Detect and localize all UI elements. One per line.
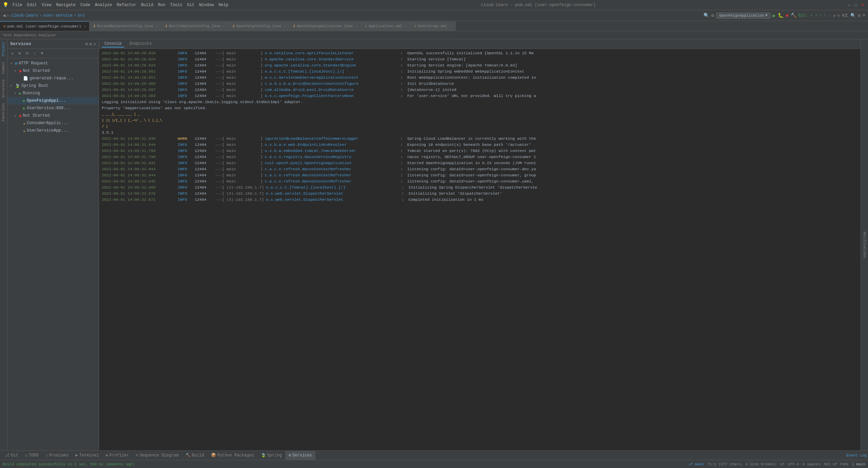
tab-pom-close[interactable]: ✕ — [84, 24, 86, 28]
nav-settings-icon[interactable]: ⚙ — [711, 13, 714, 18]
nav-icon-forward[interactable]: ▶ — [7, 13, 9, 18]
bottom-tab-python[interactable]: 📦 Python Packages — [208, 451, 257, 460]
more-icon[interactable]: ≡ — [863, 13, 865, 18]
bottom-tab-todo[interactable]: ☑ TODO — [22, 451, 42, 460]
tree-item-springboot[interactable]: ▾ 🍃 Spring Boot — [7, 82, 99, 90]
stop-button[interactable]: ■ — [786, 13, 788, 18]
bottom-tab-services[interactable]: ⚙ Services — [285, 451, 315, 460]
menu-file[interactable]: File — [11, 2, 24, 8]
menu-view[interactable]: View — [40, 2, 54, 8]
toolbar-expand-icon[interactable]: ⊞ — [16, 50, 23, 57]
app-icon: 💡 — [3, 2, 8, 8]
log-level: INFO — [178, 81, 195, 87]
log-bracket-open: [ — [222, 62, 225, 69]
tab-openfeign[interactable]: J OpenFeignConfig.java ✕ — [229, 21, 290, 31]
tab-openfeigapp[interactable]: J OpenFeignApplication.java ✕ — [289, 21, 361, 31]
minimize-button[interactable]: ─ — [846, 2, 852, 8]
tab-resttemplate-close[interactable]: ✕ — [223, 24, 225, 28]
toolbar-collapse-icon[interactable]: ⊟ — [24, 50, 31, 57]
nav-project[interactable]: cloud-learn — [11, 13, 38, 18]
log-area[interactable]: 2022-09-01 14:00:28.816 INFO 12404 --- [… — [99, 49, 861, 450]
menu-code[interactable]: Code — [78, 2, 92, 8]
build-button[interactable]: 🔨 — [791, 13, 796, 18]
branch-indicator[interactable]: ⎇ main — [688, 462, 704, 466]
run-button[interactable]: ▶ — [773, 12, 776, 19]
tab-openfeign-close[interactable]: ✕ — [284, 24, 286, 28]
tree-item-generated[interactable]: 📄 generated-reque... — [7, 75, 99, 82]
indent-info[interactable]: 4 spaces — [803, 462, 821, 466]
maximize-button[interactable]: □ — [853, 2, 859, 8]
log-colon: : — [402, 191, 408, 197]
left-tab-commit[interactable]: Commit — [1, 59, 6, 77]
search-everywhere-icon[interactable]: 🔍 — [850, 13, 856, 18]
charset[interactable]: UTF-8 — [788, 462, 799, 466]
nav-module[interactable]: user-service — [43, 13, 72, 18]
tab-application[interactable]: a application.yml ✕ — [361, 21, 411, 31]
tab-pom[interactable]: m pom.xml (user-openfeign-consumer) ✕ — [0, 21, 90, 31]
menu-git[interactable]: Git — [185, 2, 197, 8]
run-config-selector[interactable]: OpenFeignApplication ▼ — [716, 13, 770, 19]
menu-navigate[interactable]: Navigate — [54, 2, 78, 8]
tab-application-close[interactable]: ✕ — [405, 24, 407, 28]
tree-item-notstarted[interactable]: ▾ ◼ Not Started — [7, 67, 99, 75]
console-tab-endpoints[interactable]: Endpoints — [127, 41, 154, 47]
left-tab-favorites[interactable]: Favorites — [1, 100, 6, 124]
console-tab-console[interactable]: Console — [102, 41, 124, 47]
bottom-tab-spring[interactable]: 🍃 Spring — [257, 451, 285, 460]
toolbar-refresh-icon[interactable]: ↺ — [9, 50, 16, 57]
menu-analyze[interactable]: Analyze — [93, 2, 114, 8]
tab-myload[interactable]: J MyLoadBalancerConfig.java ✕ — [90, 21, 161, 31]
sidebar-header: Services ⚙ ⚙ ✕ — [7, 39, 99, 49]
tab-bootstrap-close[interactable]: ✕ — [450, 24, 452, 28]
menu-window[interactable]: Window — [197, 2, 216, 8]
left-tab-project[interactable]: Project — [1, 39, 6, 59]
bottom-tab-terminal[interactable]: ▶ Terminal — [72, 451, 102, 460]
redo-button[interactable]: ↻ — [837, 13, 840, 18]
bottom-tab-seqdiagram[interactable]: ≡ Sequence Diagram — [132, 451, 182, 460]
toolbar-sort-icon[interactable]: ↕ — [31, 50, 38, 57]
tab-resttemplate[interactable]: J RestTemplateConfig.java ✕ — [161, 21, 229, 31]
git-action2[interactable]: ↓ — [828, 13, 831, 18]
tab-myload-close[interactable]: ✕ — [156, 24, 158, 28]
bottom-tab-profiler[interactable]: ◈ Profiler — [102, 451, 132, 460]
tab-bootstrap[interactable]: a bootstrap.yml ✕ — [411, 21, 456, 31]
tree-item-http[interactable]: ▾ ⊞ HTTP Request — [7, 60, 99, 67]
menu-help[interactable]: Help — [216, 2, 230, 8]
tree-item-consumerappl[interactable]: ☕ ConsumerApplic... — [7, 119, 99, 127]
menu-build[interactable]: Build — [139, 2, 155, 8]
bottom-tab-git[interactable]: ⎇ Git — [1, 451, 22, 460]
sidebar-gear-icon[interactable]: ⚙ — [89, 41, 92, 47]
sidebar-close-icon[interactable]: ✕ — [93, 41, 96, 47]
bottom-tab-build[interactable]: 🔨 Build — [182, 451, 208, 460]
menu-run[interactable]: Run — [156, 2, 168, 8]
right-label-notifications[interactable]: Notifications — [862, 229, 867, 261]
tree-item-running[interactable]: ▾ ▶ Running — [7, 90, 99, 97]
menu-refactor[interactable]: Refactor — [115, 2, 138, 8]
bottom-tab-problems[interactable]: ⚠ Problems — [42, 451, 72, 460]
todo-tab-label: TODO — [29, 453, 39, 458]
tab-openfeigapp-close[interactable]: ✕ — [355, 24, 358, 28]
tree-item-userserviceapp[interactable]: ☕ UserServiceApp... — [7, 127, 99, 134]
nav-folder[interactable]: src — [78, 13, 85, 18]
debug-button[interactable]: 🐛 — [778, 13, 784, 18]
tree-item-userservice[interactable]: ▶ UserService:808... — [7, 104, 99, 112]
toolbar-filter-icon[interactable]: ▼ — [39, 50, 45, 57]
tree-item-openfeigapp[interactable]: ▶ OpenFeignAppl... — [7, 97, 99, 104]
tree-item-notstarted2[interactable]: ▸ ◼ Not Started — [7, 112, 99, 119]
menu-edit[interactable]: Edit — [25, 2, 39, 8]
log-timestamp: 2022-09-01 14:00:28.816 — [102, 50, 176, 56]
menu-bar[interactable]: File Edit View Navigate Code Analyze Ref… — [11, 2, 230, 8]
event-log-link[interactable]: Event Log — [847, 453, 867, 457]
left-tab-structure[interactable]: Structure — [1, 77, 6, 100]
git-action[interactable]: ↑ — [824, 13, 826, 18]
translate-icon[interactable]: A文 — [842, 13, 848, 18]
line-ending[interactable]: LF — [780, 462, 785, 466]
nav-icon-back[interactable]: ◀ — [3, 13, 5, 18]
nav-search-icon[interactable]: 🔍 — [703, 13, 709, 18]
undo-button[interactable]: ↺ — [833, 13, 835, 18]
sidebar-settings-icon[interactable]: ⚙ — [85, 41, 88, 47]
window-controls[interactable]: ─ □ ✕ — [846, 2, 865, 8]
menu-tools[interactable]: Tools — [168, 2, 185, 8]
close-button[interactable]: ✕ — [860, 2, 865, 8]
settings-icon[interactable]: ⚙ — [858, 13, 861, 18]
